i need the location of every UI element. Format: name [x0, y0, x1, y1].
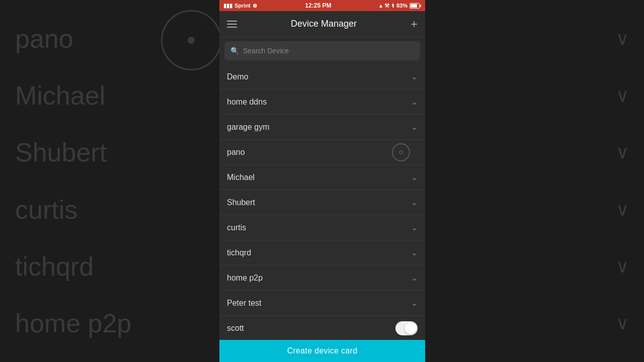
device-name-peter-test: Peter test [227, 299, 261, 308]
device-name-garage-gym: garage gym [227, 123, 270, 132]
battery-icon [410, 3, 421, 9]
bg-text-shubert: Shubert [15, 137, 204, 167]
device-name-curtis: curtis [227, 223, 246, 232]
status-right-icons: ▴ ⚒ ⚕ 83% [379, 3, 421, 9]
carrier-name: Sprint [234, 3, 251, 9]
add-device-button[interactable]: + [411, 18, 418, 30]
chevron-icon-peter-test: ⌄ [411, 298, 418, 308]
device-item-shubert[interactable]: Shubert ⌄ [219, 190, 425, 215]
search-bar[interactable]: 🔍 Search Device [224, 41, 420, 60]
device-item-garage-gym[interactable]: garage gym ⌄ [219, 115, 425, 140]
device-name-demo: Demo [227, 72, 249, 81]
bg-chevron-4: ∨ [616, 199, 629, 220]
signal-icon: ▮▮▮ [223, 3, 232, 9]
chevron-icon-michael: ⌄ [411, 172, 418, 182]
status-time: 12:25 PM [305, 2, 331, 9]
header: Device Manager + [219, 11, 425, 37]
device-list: Demo ⌄ home ddns ⌄ garage gym ⌄ pano Mic… [219, 64, 425, 340]
chevron-icon-shubert: ⌄ [411, 198, 418, 207]
status-bar: ▮▮▮ Sprint ⊛ 12:25 PM ▴ ⚒ ⚕ 83% [219, 0, 425, 11]
chevron-icon-home-ddns: ⌄ [411, 97, 418, 107]
bg-pano-circle [161, 10, 221, 70]
pano-circle-indicator [392, 143, 410, 161]
bg-text-tichqrd: tichqrd [15, 251, 204, 282]
location-icon: ▴ [379, 3, 382, 9]
battery-tip [420, 5, 421, 7]
page-title: Device Manager [291, 19, 357, 29]
device-item-scott[interactable]: scott [219, 316, 425, 340]
device-item-home-p2p[interactable]: home p2p ⌄ [219, 265, 425, 291]
bluetooth-icon: ⚕ [391, 3, 394, 9]
bg-text-curtis: curtis [15, 195, 204, 225]
chevron-icon-curtis: ⌄ [411, 223, 418, 232]
battery-body [410, 3, 420, 9]
chevron-icon-tichqrd: ⌄ [411, 248, 418, 257]
bg-text-michael: Michael [15, 80, 204, 111]
scott-toggle[interactable] [395, 321, 418, 335]
device-name-tichqrd: tichqrd [227, 248, 251, 257]
search-input[interactable]: Search Device [243, 47, 289, 55]
device-item-tichqrd[interactable]: tichqrd ⌄ [219, 240, 425, 265]
device-item-home-ddns[interactable]: home ddns ⌄ [219, 89, 425, 115]
chevron-icon-home-p2p: ⌄ [411, 273, 418, 283]
search-icon: 🔍 [230, 47, 239, 55]
chevron-icon-demo: ⌄ [411, 72, 418, 81]
bg-chevron-5: ∨ [616, 256, 629, 277]
device-item-pano[interactable]: pano [219, 140, 425, 165]
device-name-shubert: Shubert [227, 198, 255, 207]
device-name-michael: Michael [227, 173, 255, 182]
status-carrier: ▮▮▮ Sprint ⊛ [223, 3, 257, 9]
bg-chevron-3: ∨ [616, 142, 629, 163]
wifi-icon: ⊛ [253, 3, 257, 9]
battery-fill [411, 4, 417, 8]
device-name-home-p2p: home p2p [227, 274, 263, 283]
device-manager-panel: ▮▮▮ Sprint ⊛ 12:25 PM ▴ ⚒ ⚕ 83% Device M… [219, 0, 425, 362]
chevron-icon-garage-gym: ⌄ [411, 122, 418, 132]
device-name-pano: pano [227, 148, 245, 157]
device-item-michael[interactable]: Michael ⌄ [219, 165, 425, 190]
device-item-demo[interactable]: Demo ⌄ [219, 64, 425, 89]
toggle-knob [405, 322, 417, 334]
device-item-curtis[interactable]: curtis ⌄ [219, 215, 425, 240]
bg-text-homep2p: home p2p [15, 308, 204, 338]
create-device-card-button[interactable]: Create device card [219, 340, 425, 362]
device-item-peter-test[interactable]: Peter test ⌄ [219, 291, 425, 316]
alarm-icon: ⚒ [384, 3, 389, 9]
device-name-home-ddns: home ddns [227, 98, 267, 107]
hamburger-button[interactable] [227, 21, 237, 28]
battery-percent: 83% [396, 3, 408, 9]
background-right: ∨ ∨ ∨ ∨ ∨ ∨ [425, 0, 644, 362]
bg-chevron-2: ∨ [616, 85, 629, 106]
bg-chevron-6: ∨ [616, 313, 629, 334]
device-name-scott: scott [227, 324, 244, 333]
pano-dot [399, 150, 403, 154]
bg-chevron-1: ∨ [616, 28, 629, 49]
